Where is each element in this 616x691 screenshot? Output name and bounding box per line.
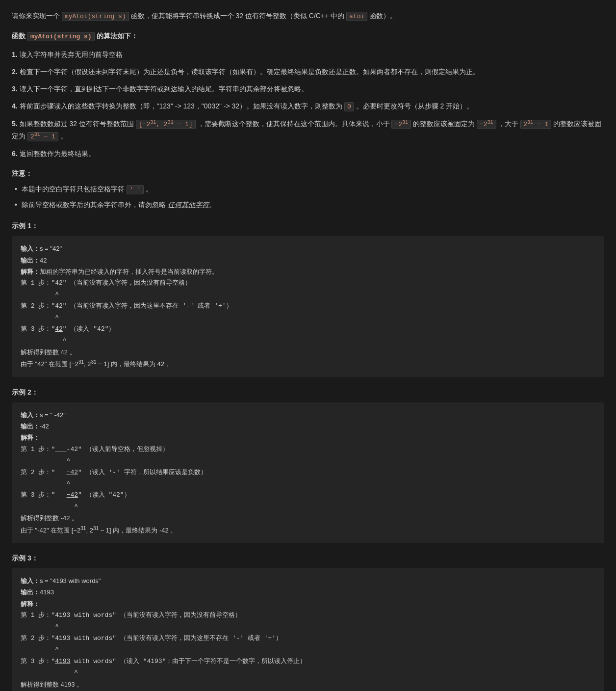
example-1-result1: 解析得到整数 42 。 — [21, 346, 595, 358]
intro-paragraph: 请你来实现一个 myAtoi(string s) 函数，使其能将字符串转换成一个… — [12, 10, 604, 22]
notice-item-1: 本题中的空白字符只包括空格字符 ' ' 。 — [17, 184, 604, 195]
example-1-output: 输出：42 — [21, 255, 595, 266]
example-2-box: 输入：s = " -42" 输出：-42 解释： 第 1 步："___-42" … — [12, 402, 604, 543]
example-3-box: 输入：s = "4193 with words" 输出：4193 解释： 第 1… — [12, 568, 604, 691]
example-2-input: 输入：s = " -42" — [21, 409, 595, 421]
neg-bound2: −231 — [477, 120, 496, 129]
notice-item-2: 除前导空格或数字后的其余字符串外，请勿忽略 任何其他字符。 — [17, 199, 604, 211]
steps-list: 1. 读入字符串并丢弃无用的前导空格 2. 检查下一个字符（假设还未到字符末尾）… — [12, 49, 604, 160]
example-2-result1: 解析得到整数 -42 。 — [21, 512, 595, 524]
zero-code: 0 — [344, 102, 354, 111]
example-1-explain: 解释：加粗的字符串为已经读入的字符，插入符号是当前读取的字符。 — [21, 266, 595, 277]
example-2-step1: 第 1 步："___-42" （读入前导空格，但忽视掉） ^ — [21, 444, 595, 467]
example-2-section: 示例 2： 输入：s = " -42" 输出：-42 解释： 第 1 步："__… — [12, 387, 604, 543]
step-5: 5. 如果整数数超过 32 位有符号整数范围 [−231, 231 − 1] ，… — [12, 118, 604, 143]
example-2-step2: 第 2 步：" −42" （读入 '-' 字符，所以结果应该是负数） ^ — [21, 467, 595, 490]
notice-list: 本题中的空白字符只包括空格字符 ' ' 。 除前导空格或数字后的其余字符串外，请… — [12, 184, 604, 211]
example-2-output: 输出：-42 — [21, 421, 595, 432]
space-code: ' ' — [127, 185, 144, 194]
page-container: 请你来实现一个 myAtoi(string s) 函数，使其能将字符串转换成一个… — [12, 10, 604, 691]
step-3: 3. 读入下一个字符，直到到达下一个非数字字符或到达输入的结尾。字符串的其余部分… — [12, 83, 604, 95]
range-code: [−231, 231 − 1] — [136, 120, 196, 129]
example-3-step1: 第 1 步："4193 with words" （当前没有读入字符，因为没有前导… — [21, 610, 595, 633]
example-3-step2: 第 2 步："4193 with words" （当前没有读入字符，因为这里不存… — [21, 633, 595, 656]
example-1-title: 示例 1： — [12, 220, 604, 232]
example-2-step3: 第 3 步：" −42" （读入 "42"） ^ — [21, 489, 595, 512]
example-2-result2: 由于 "-42" 在范围 [−231, 231 − 1] 内，最终结果为 -42… — [21, 524, 595, 536]
example-1-step3: 第 3 步："42" （读入 "42"） ^ — [21, 323, 595, 346]
example-3-explain: 解释： — [21, 598, 595, 610]
pos-bound: 231 − 1 — [520, 120, 551, 129]
neg-bound: −231 — [391, 120, 411, 129]
example-3-input: 输入：s = "4193 with words" — [21, 575, 595, 586]
ignore-emphasis: 任何其他字符 — [168, 201, 209, 209]
notice-title: 注意： — [12, 168, 604, 180]
example-2-title: 示例 2： — [12, 387, 604, 399]
example-3-output: 输出：4193 — [21, 586, 595, 598]
example-1-step2: 第 2 步："42" （当前没有读入字符，因为这里不存在 '-' 或者 '+'）… — [21, 300, 595, 323]
example-2-explain: 解释： — [21, 432, 595, 443]
step-6: 6. 返回整数作为最终结果。 — [12, 148, 604, 160]
example-3-step3: 第 3 步："4193 with words" （读入 "4193"；由于下一个… — [21, 656, 595, 679]
pos-bound2: 231 − 1 — [27, 132, 58, 141]
example-3-title: 示例 3： — [12, 553, 604, 564]
example-3-result1: 解析得到整数 4193 。 — [21, 679, 595, 690]
example-1-section: 示例 1： 输入：s = "42" 输出：42 解释：加粗的字符串为已经读入的字… — [12, 220, 604, 376]
step-4: 4. 将前面步骤读入的这些数字转换为整数（即，"123" -> 123，"003… — [12, 100, 604, 112]
step-1: 1. 读入字符串并丢弃无用的前导空格 — [12, 49, 604, 61]
algo-func-code: myAtoi(string s) — [27, 32, 95, 41]
func-name-code: myAtoi(string s) — [62, 12, 129, 21]
example-1-box: 输入：s = "42" 输出：42 解释：加粗的字符串为已经读入的字符，插入符号… — [12, 236, 604, 377]
notice-section: 注意： 本题中的空白字符只包括空格字符 ' ' 。 除前导空格或数字后的其余字符… — [12, 168, 604, 211]
algo-title: 函数 myAtoi(string s) 的算法如下： — [12, 30, 604, 42]
example-1-input: 输入：s = "42" — [21, 243, 595, 254]
example-1-result2: 由于 "42" 在范围 [−231, 231 − 1] 内，最终结果为 42 。 — [21, 358, 595, 370]
step-2: 2. 检查下一个字符（假设还未到字符末尾）为正还是负号，读取该字符（如果有）。确… — [12, 66, 604, 78]
atoi-code: atoi — [346, 12, 367, 21]
example-3-section: 示例 3： 输入：s = "4193 with words" 输出：4193 解… — [12, 553, 604, 691]
example-1-step1: 第 1 步："42" （当前没有读入字符，因为没有前导空格） ^ — [21, 277, 595, 300]
